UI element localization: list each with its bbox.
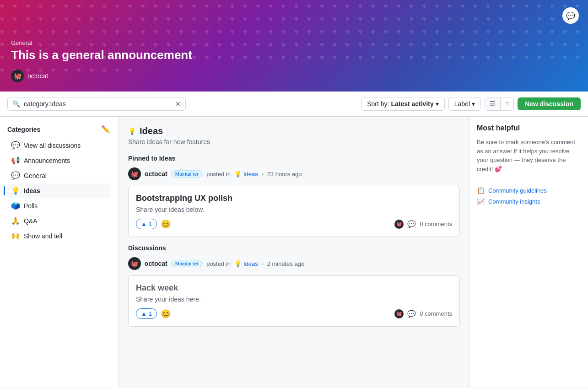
sidebar: Categories ✏️ 💬 View all discussions 📢 A… <box>0 117 119 387</box>
sidebar-header: Categories ✏️ <box>7 124 111 135</box>
announcements-icon: 📢 <box>11 156 20 165</box>
comments-area-0: 🐙 💬 0 comments <box>394 309 452 318</box>
sidebar-item-label: Ideas <box>24 187 40 194</box>
pinned-discussion-body: Share your ideas below. <box>136 206 452 213</box>
sidebar-item-announcements[interactable]: 📢 Announcements <box>7 153 111 167</box>
upvote-count-0: 1 <box>149 310 152 317</box>
show-and-tell-icon: 🙌 <box>11 232 20 240</box>
pinned-emoji-button[interactable]: 😊 <box>161 219 171 229</box>
panel-title: Most helpful <box>477 124 581 132</box>
sidebar-item-qa[interactable]: 🙏 Q&A <box>7 214 111 228</box>
label-text: Label <box>454 100 470 108</box>
pinned-meta-time: 23 hours ago <box>267 171 302 178</box>
sidebar-item-general[interactable]: 💬 General <box>7 168 111 183</box>
banner-avatar: 🐙 <box>11 70 24 82</box>
sort-button[interactable]: Sort by: Latest activity ▾ <box>361 97 445 111</box>
discussion-meta-category-0: 💡 Ideas <box>234 260 258 267</box>
community-insights-link[interactable]: 📈 Community insights <box>477 198 581 205</box>
sidebar-item-label: Show and tell <box>24 232 62 240</box>
pinned-discussion-title[interactable]: Bootstrapping UX polish <box>136 194 452 203</box>
upvote-icon: ▲ <box>141 310 147 317</box>
sidebar-item-view-all[interactable]: 💬 View all discussions <box>7 138 111 152</box>
pinned-meta-posted: posted in <box>206 171 231 178</box>
general-icon: 💬 <box>11 171 20 180</box>
comments-icon-0: 💬 <box>407 310 416 318</box>
sidebar-item-label: General <box>24 172 47 179</box>
category-icon: 💡 <box>128 128 136 135</box>
discussion-body-0: Share your ideas here. <box>136 296 452 303</box>
pinned-category-label: Ideas <box>243 171 258 178</box>
new-discussion-button[interactable]: New discussion <box>518 97 581 110</box>
sidebar-item-polls[interactable]: 🗳️ Polls <box>7 199 111 213</box>
pinned-discussion-footer: ▲ 1 😊 🐙 💬 0 comments <box>136 219 452 229</box>
discussions-section-label: Discussions <box>128 244 460 252</box>
view-toggle: ☰ ≡ <box>485 97 514 111</box>
qa-icon: 🙏 <box>11 216 20 225</box>
category-title: Ideas <box>140 126 163 136</box>
chevron-down-icon: ▾ <box>472 100 475 108</box>
sidebar-title: Categories <box>7 126 40 133</box>
pinned-author-name: octocat <box>145 170 167 178</box>
panel-desc: Be sure to mark someone's comment as an … <box>477 138 581 173</box>
content-area: 💡 Ideas Share ideas for new features Pin… <box>119 117 469 387</box>
list-view-button[interactable]: ☰ <box>485 97 501 110</box>
label-button[interactable]: Label ▾ <box>448 97 481 111</box>
pinned-author-badge: Maintainer <box>171 170 203 178</box>
banner-username: octocat <box>27 72 48 80</box>
discussion-author-badge-0: Maintainer <box>171 260 203 267</box>
search-input[interactable] <box>24 100 172 108</box>
search-box: 🔍 ✕ <box>7 97 186 111</box>
discussion-footer-0: ▲ 1 😊 🐙 💬 0 comments <box>136 308 452 319</box>
comments-count-0: 0 comments <box>420 310 452 317</box>
discussion-author-name-0: octocat <box>145 260 167 267</box>
pinned-discussion-meta: 🐙 octocat Maintainer posted in 💡 Ideas ·… <box>128 167 460 180</box>
sidebar-item-show-and-tell[interactable]: 🙌 Show and tell <box>7 229 111 243</box>
sidebar-edit-button[interactable]: ✏️ <box>100 124 111 135</box>
discussion-meta-posted-0: posted in <box>206 260 231 267</box>
pinned-upvote-button[interactable]: ▲ 1 <box>136 219 157 229</box>
panel-divider <box>477 181 581 181</box>
upvote-icon: ▲ <box>141 221 147 227</box>
right-panel: Most helpful Be sure to mark someone's c… <box>469 117 588 387</box>
pinned-section-label: Pinned to Ideas <box>128 155 460 162</box>
pinned-category-icon: 💡 <box>234 171 242 178</box>
category-desc: Share ideas for new features <box>128 138 460 146</box>
guidelines-label: Community guidelines <box>488 187 547 194</box>
pinned-comments-count: 0 comments <box>420 221 452 227</box>
guidelines-icon: 📋 <box>477 187 485 194</box>
sidebar-item-label: Q&A <box>24 217 38 225</box>
discussion-title-0[interactable]: Hack week <box>136 283 452 293</box>
pinned-meta-category: 💡 Ideas <box>234 171 258 178</box>
chat-icon: 💬 <box>11 141 20 150</box>
insights-icon: 📈 <box>477 198 485 205</box>
community-guidelines-link[interactable]: 📋 Community guidelines <box>477 187 581 194</box>
comments-icon: 💬 <box>407 220 416 228</box>
emoji-button-0[interactable]: 😊 <box>161 309 171 319</box>
discussion-category-label-0: Ideas <box>243 260 258 267</box>
participant-avatar-0: 🐙 <box>394 309 404 318</box>
sidebar-item-label: Announcements <box>24 157 70 164</box>
pinned-author-avatar: 🐙 <box>128 167 141 180</box>
pinned-comments-area: 🐙 💬 0 comments <box>394 220 452 229</box>
discussion-card-0: Hack week Share your ideas here. ▲ 1 😊 🐙… <box>128 275 460 327</box>
search-icon: 🔍 <box>12 100 20 108</box>
insights-label: Community insights <box>488 198 540 205</box>
toolbar: 🔍 ✕ Sort by: Latest activity ▾ Label ▾ ☰… <box>0 92 588 117</box>
discussion-category-icon-0: 💡 <box>234 260 242 267</box>
sort-label: Sort by: <box>367 100 389 108</box>
upvote-button-0[interactable]: ▲ 1 <box>136 308 157 319</box>
sidebar-item-label: Polls <box>24 202 38 210</box>
ideas-icon: 💡 <box>11 186 20 195</box>
chat-icon: 💬 <box>562 7 579 24</box>
banner-title: This is a general announcement <box>11 48 577 62</box>
main-layout: Categories ✏️ 💬 View all discussions 📢 A… <box>0 117 588 387</box>
discussion-author-avatar-0: 🐙 <box>128 257 141 270</box>
banner-user: 🐙 octocat <box>11 70 577 82</box>
search-clear-button[interactable]: ✕ <box>175 100 181 108</box>
sidebar-item-label: View all discussions <box>24 142 81 149</box>
pinned-discussion-card: Bootstrapping UX polish Share your ideas… <box>128 186 460 237</box>
banner-label: General <box>11 39 577 46</box>
sidebar-item-ideas[interactable]: 💡 Ideas <box>7 183 111 198</box>
discussion-meta-time-0: 2 minutes ago <box>267 260 305 267</box>
compact-view-button[interactable]: ≡ <box>501 97 513 110</box>
